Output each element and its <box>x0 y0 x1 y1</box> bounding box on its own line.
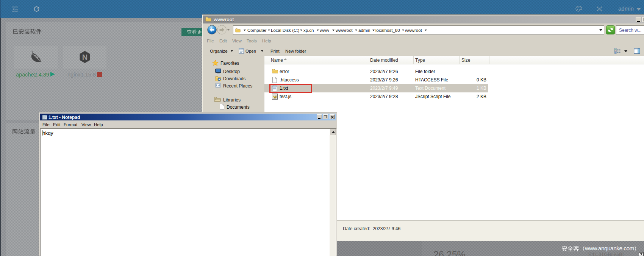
svg-text:N: N <box>82 53 88 61</box>
